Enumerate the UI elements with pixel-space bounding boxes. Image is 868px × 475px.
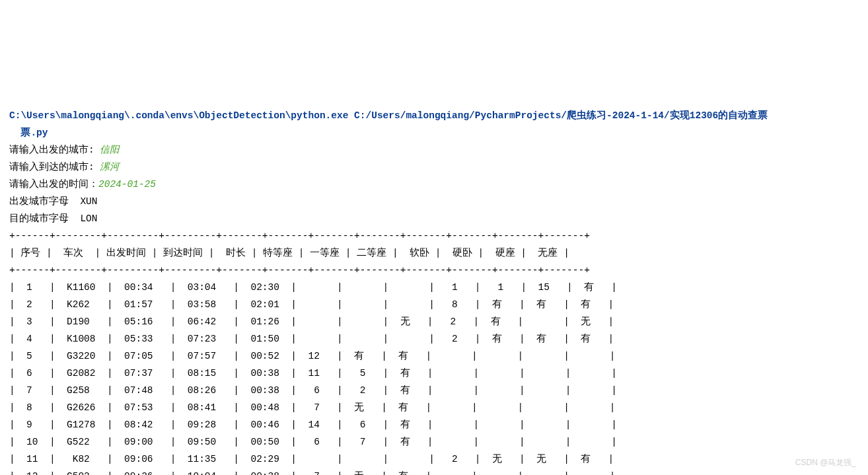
input-arrive-city[interactable]: 漯河 [100,162,120,172]
script-path: C:/Users/malongqiang/PycharmProjects/爬虫练… [354,110,768,121]
prompt-arrive-city-label: 请输入到达的城市: [9,162,100,172]
table-header: | 序号 | 车次 | 出发时间 | 到达时间 | 时长 | 特等座 | 一等座… [9,248,569,258]
script-path-cont: 票.py [20,128,48,138]
table-sep-mid: +------+--------+---------+---------+---… [9,265,590,275]
prompt-depart-time-label: 请输入出发的时间： [9,179,98,190]
table-body: | 1 | K1160 | 00:34 | 03:04 | 02:30 | | … [9,282,617,475]
depart-code-line: 出发城市字母 XUN [9,196,98,207]
input-depart-time[interactable]: 2024-01-25 [98,179,156,190]
input-depart-city[interactable]: 信阳 [100,145,120,155]
table-sep-top: +------+--------+---------+---------+---… [9,231,590,241]
arrive-code-line: 目的城市字母 LON [9,213,98,224]
console-output: C:\Users\malongqiang\.conda\envs\ObjectD… [0,86,868,475]
watermark: CSDN @马龙强_ [795,454,856,471]
prompt-depart-city-label: 请输入出发的城市: [9,145,100,155]
interpreter-path: C:\Users\malongqiang\.conda\envs\ObjectD… [9,110,348,121]
